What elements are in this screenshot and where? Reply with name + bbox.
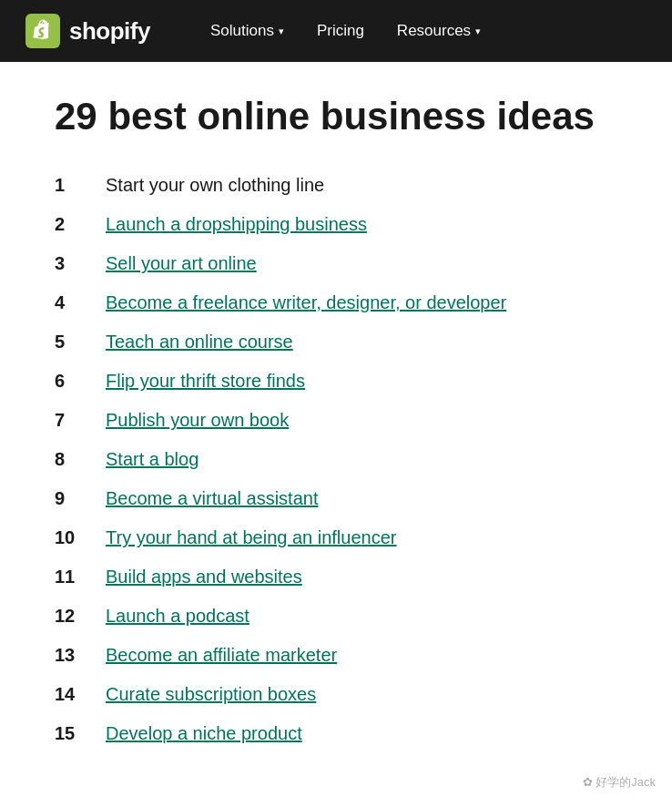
item-label: Start your own clothing line <box>106 175 324 196</box>
item-label[interactable]: Flip your thrift store finds <box>106 371 305 392</box>
item-label[interactable]: Try your hand at being an influencer <box>106 527 396 548</box>
list-item: 15Develop a niche product <box>55 714 617 753</box>
list-item: 12Launch a podcast <box>55 597 617 636</box>
item-label[interactable]: Become a freelance writer, designer, or … <box>106 292 506 313</box>
item-number: 3 <box>55 253 106 274</box>
item-label[interactable]: Curate subscription boxes <box>106 684 316 705</box>
item-label[interactable]: Launch a dropshipping business <box>106 214 367 235</box>
business-ideas-list: 1Start your own clothing line2Launch a d… <box>55 166 617 753</box>
item-label[interactable]: Develop a niche product <box>106 723 302 744</box>
logo-text: shopify <box>69 17 150 46</box>
list-item: 11Build apps and websites <box>55 557 617 597</box>
item-label[interactable]: Build apps and websites <box>106 567 302 587</box>
list-item: 13Become an affiliate marketer <box>55 636 617 675</box>
list-item: 9Become a virtual assistant <box>55 479 617 518</box>
item-number: 8 <box>55 449 106 470</box>
list-item: 5Teach an online course <box>55 322 617 362</box>
list-item: 2Launch a dropshipping business <box>55 205 617 244</box>
item-label[interactable]: Start a blog <box>106 449 199 470</box>
nav-item-pricing[interactable]: Pricing <box>304 15 377 47</box>
item-number: 14 <box>55 684 106 705</box>
list-item: 14Curate subscription boxes <box>55 675 617 714</box>
item-label[interactable]: Sell your art online <box>106 253 257 274</box>
logo[interactable]: shopify <box>25 14 150 48</box>
nav-item-solutions[interactable]: Solutions ▾ <box>198 15 297 47</box>
list-item: 10Try your hand at being an influencer <box>55 518 617 557</box>
watermark: ✿ 好学的Jack <box>583 774 656 791</box>
item-label[interactable]: Publish your own book <box>106 410 289 431</box>
item-number: 13 <box>55 645 106 666</box>
list-item: 4Become a freelance writer, designer, or… <box>55 283 617 322</box>
item-label[interactable]: Become a virtual assistant <box>106 488 318 509</box>
item-number: 9 <box>55 488 106 509</box>
main-content: 29 best online business ideas 1Start you… <box>0 62 672 790</box>
list-item: 3Sell your art online <box>55 244 617 283</box>
list-item: 7Publish your own book <box>55 401 617 440</box>
chevron-down-icon: ▾ <box>475 26 481 37</box>
nav-links: Solutions ▾ Pricing Resources ▾ <box>198 15 494 47</box>
item-number: 11 <box>55 567 106 587</box>
item-number: 5 <box>55 332 106 352</box>
nav-item-resources[interactable]: Resources ▾ <box>384 15 494 47</box>
chevron-down-icon: ▾ <box>279 26 284 37</box>
item-label[interactable]: Teach an online course <box>106 332 293 352</box>
item-number: 1 <box>55 175 106 196</box>
shopify-logo-icon <box>25 14 60 48</box>
item-label[interactable]: Become an affiliate marketer <box>106 645 337 666</box>
page-title: 29 best online business ideas <box>55 95 617 138</box>
item-label[interactable]: Launch a podcast <box>106 606 249 627</box>
item-number: 7 <box>55 410 106 431</box>
item-number: 15 <box>55 723 106 744</box>
list-item: 1Start your own clothing line <box>55 166 617 205</box>
item-number: 10 <box>55 527 106 548</box>
item-number: 2 <box>55 214 106 235</box>
item-number: 12 <box>55 606 106 627</box>
item-number: 6 <box>55 371 106 392</box>
navbar: shopify Solutions ▾ Pricing Resources ▾ <box>0 0 672 62</box>
list-item: 8Start a blog <box>55 440 617 479</box>
item-number: 4 <box>55 292 106 313</box>
list-item: 6Flip your thrift store finds <box>55 362 617 401</box>
